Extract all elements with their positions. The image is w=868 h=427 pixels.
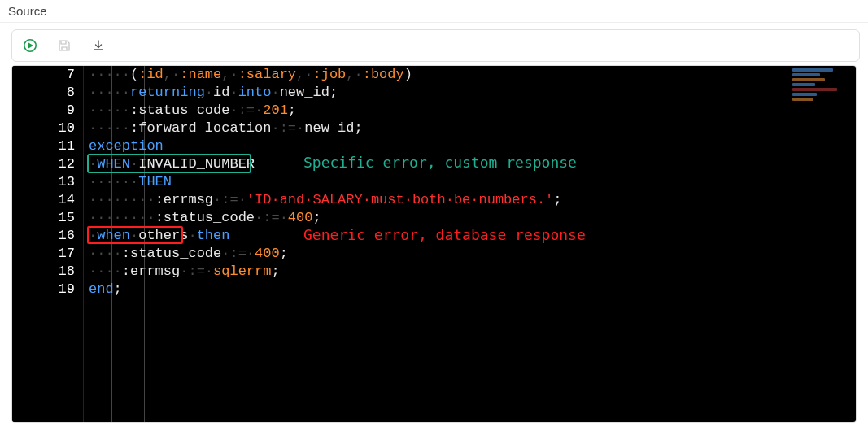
save-icon xyxy=(58,39,71,52)
code-line: ····:status_code·:=·400; xyxy=(89,245,856,263)
svg-marker-1 xyxy=(28,43,33,49)
panel-title: Source xyxy=(8,4,47,18)
panel-header: Source xyxy=(0,0,868,23)
code-line: ·WHEN·INVALID_NUMBER xyxy=(89,155,856,173)
line-number: 7 xyxy=(12,66,75,84)
code-editor[interactable]: 7 8 9 10 11 12 13 14 15 16 17 18 19 ····… xyxy=(12,66,856,422)
code-line: end; xyxy=(89,281,856,298)
line-number: 13 xyxy=(12,173,75,191)
download-icon xyxy=(92,39,105,52)
toolbar xyxy=(11,29,860,62)
line-number: 10 xyxy=(12,120,75,137)
download-button[interactable] xyxy=(89,36,108,55)
line-number: 9 xyxy=(12,102,75,120)
code-line: exception xyxy=(89,137,856,155)
line-number: 19 xyxy=(12,281,75,298)
run-button[interactable] xyxy=(20,36,40,55)
line-number: 15 xyxy=(12,209,75,227)
toolbar-wrap xyxy=(0,23,868,65)
line-number: 16 xyxy=(12,227,75,245)
line-number: 8 xyxy=(12,84,75,102)
line-number: 12 xyxy=(12,155,75,173)
code-line: ·····:forward_location·:=·new_id; xyxy=(89,120,856,137)
code-line: ········:errmsg·:=·'ID·and·SALARY·must·b… xyxy=(89,191,856,209)
line-number: 14 xyxy=(12,191,75,209)
code-line: ·····:status_code·:=·201; xyxy=(89,102,856,120)
play-icon xyxy=(24,39,37,52)
line-number: 17 xyxy=(12,245,75,263)
code-line: ········:status_code·:=·400; xyxy=(89,209,856,227)
code-line: ·when·others·then xyxy=(89,227,856,245)
line-number: 11 xyxy=(12,137,75,155)
code-area[interactable]: ·····(:id,·:name,·:salary,·:job,·:body) … xyxy=(84,66,856,422)
line-gutter: 7 8 9 10 11 12 13 14 15 16 17 18 19 xyxy=(12,66,84,422)
editor-frame: 7 8 9 10 11 12 13 14 15 16 17 18 19 ····… xyxy=(11,65,857,423)
line-number: 18 xyxy=(12,263,75,281)
code-line: ·····returning·id·into·new_id; xyxy=(89,84,856,102)
code-line: ·····(:id,·:name,·:salary,·:job,·:body) xyxy=(89,66,856,84)
code-line: ······THEN xyxy=(89,173,856,191)
save-button[interactable] xyxy=(55,36,74,55)
code-line: ····:errmsg·:=·sqlerrm; xyxy=(89,263,856,281)
